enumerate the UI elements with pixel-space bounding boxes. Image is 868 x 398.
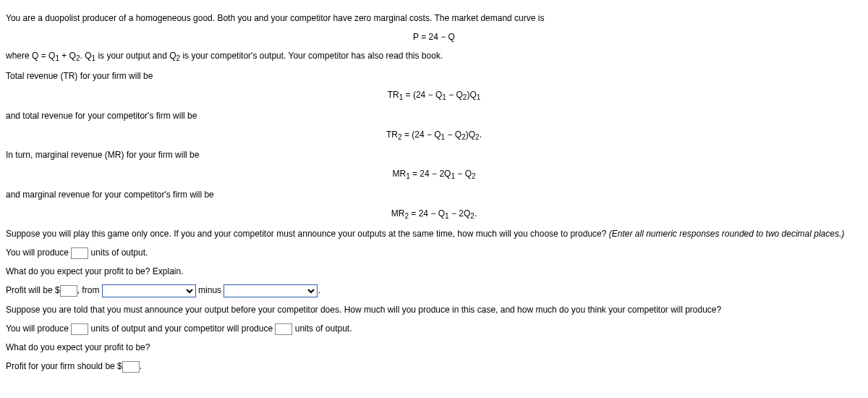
text: You will produce bbox=[6, 323, 71, 334]
text: . bbox=[140, 361, 142, 371]
produce-line-1: You will produce units of output. bbox=[6, 246, 862, 259]
text: − Q bbox=[445, 130, 461, 140]
text: . bbox=[475, 208, 477, 219]
mr-intro: In turn, marginal revenue (MR) for your … bbox=[6, 148, 862, 161]
output-input-2a[interactable] bbox=[71, 323, 88, 335]
profit-input-2[interactable] bbox=[122, 361, 140, 373]
equation-tr2: TR2 = (24 − Q1 − Q2)Q2. bbox=[6, 128, 862, 143]
text: )Q bbox=[466, 130, 475, 140]
profit-explain: What do you expect your profit to be? Ex… bbox=[6, 265, 862, 278]
text: minus bbox=[196, 285, 224, 295]
text: is your output and Q bbox=[95, 51, 176, 61]
text: − Q bbox=[446, 90, 463, 100]
text: . bbox=[480, 130, 482, 140]
equation-mr2: MR2 = 24 − Q1 − 2Q2. bbox=[6, 207, 862, 221]
mr2-intro: and marginal revenue for your competitor… bbox=[6, 188, 862, 201]
equation-mr1: MR1 = 24 − 2Q1 − Q2 bbox=[6, 167, 862, 182]
text: . bbox=[318, 285, 320, 295]
text: units of output. bbox=[88, 247, 148, 258]
intro-text: You are a duopolist producer of a homoge… bbox=[6, 12, 862, 25]
text: , from bbox=[77, 285, 102, 295]
profit-from-dropdown[interactable] bbox=[102, 284, 196, 297]
profit-expect-2: What do you expect your profit to be? bbox=[6, 341, 862, 354]
instruction-italic: (Enter all numeric responses rounded to … bbox=[609, 229, 845, 239]
text: = (24 − Q bbox=[403, 90, 442, 100]
text: is your competitor's output. Your compet… bbox=[180, 51, 443, 61]
tr2-intro: and total revenue for your competitor's … bbox=[6, 109, 862, 122]
profit-line-1: Profit will be $, from minus . bbox=[6, 284, 862, 297]
profit-input-1[interactable] bbox=[60, 285, 77, 297]
sub: 2 bbox=[472, 173, 476, 181]
q-definition: where Q = Q1 + Q2. Q1 is your output and… bbox=[6, 49, 862, 64]
question-once: Suppose you will play this game only onc… bbox=[6, 227, 862, 240]
text: MR bbox=[392, 169, 406, 179]
text: − Q bbox=[455, 169, 472, 179]
text: )Q bbox=[467, 90, 476, 100]
text: + Q bbox=[59, 51, 76, 61]
produce-line-2: You will produce units of output and you… bbox=[6, 322, 862, 335]
profit-line-2: Profit for your firm should be $. bbox=[6, 360, 862, 373]
text: MR bbox=[391, 208, 405, 219]
sub: 1 bbox=[477, 94, 481, 102]
text: Profit for your firm should be $ bbox=[6, 361, 122, 371]
output-input-2b[interactable] bbox=[275, 323, 292, 335]
text: Profit will be $ bbox=[6, 285, 60, 295]
text: − 2Q bbox=[449, 208, 471, 219]
text: TR bbox=[388, 90, 399, 100]
output-input-1[interactable] bbox=[71, 247, 88, 259]
text: where Q = Q bbox=[6, 51, 55, 61]
text: TR bbox=[386, 130, 398, 140]
equation-tr1: TR1 = (24 − Q1 − Q2)Q1 bbox=[6, 88, 862, 103]
text: = 24 − 2Q bbox=[410, 169, 451, 179]
text: Suppose you will play this game only onc… bbox=[6, 229, 609, 239]
text: units of output. bbox=[292, 323, 352, 334]
text: = 24 − Q bbox=[409, 208, 445, 219]
question-before: Suppose you are told that you must annou… bbox=[6, 303, 862, 316]
text: = (24 − Q bbox=[402, 130, 441, 140]
text: You will produce bbox=[6, 247, 71, 258]
text: . Q bbox=[80, 51, 92, 61]
equation-demand: P = 24 − Q bbox=[6, 30, 862, 43]
text: units of output and your competitor will… bbox=[88, 323, 275, 334]
tr-intro: Total revenue (TR) for your firm will be bbox=[6, 69, 862, 82]
profit-minus-dropdown[interactable] bbox=[224, 284, 318, 297]
